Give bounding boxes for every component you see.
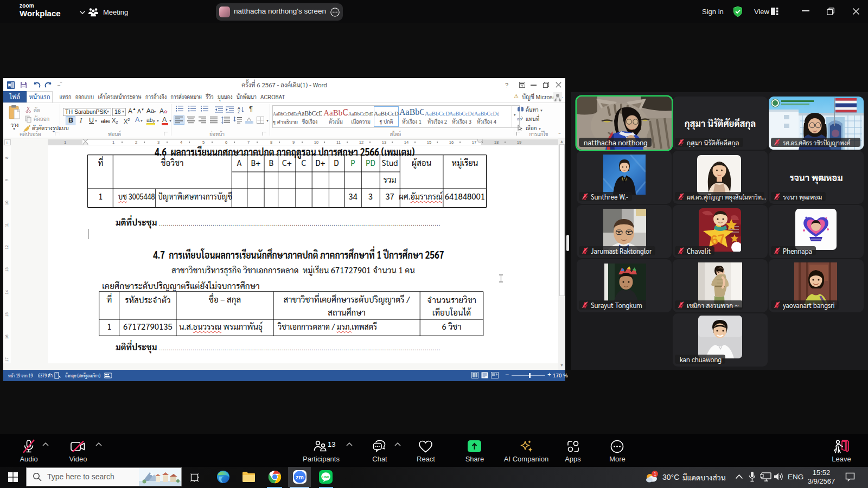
svg-text:67: 67 [710, 231, 726, 247]
svg-text:1: 1 [654, 471, 656, 477]
svg-text:LINE: LINE [322, 476, 329, 479]
svg-text:zm: zm [296, 474, 304, 480]
